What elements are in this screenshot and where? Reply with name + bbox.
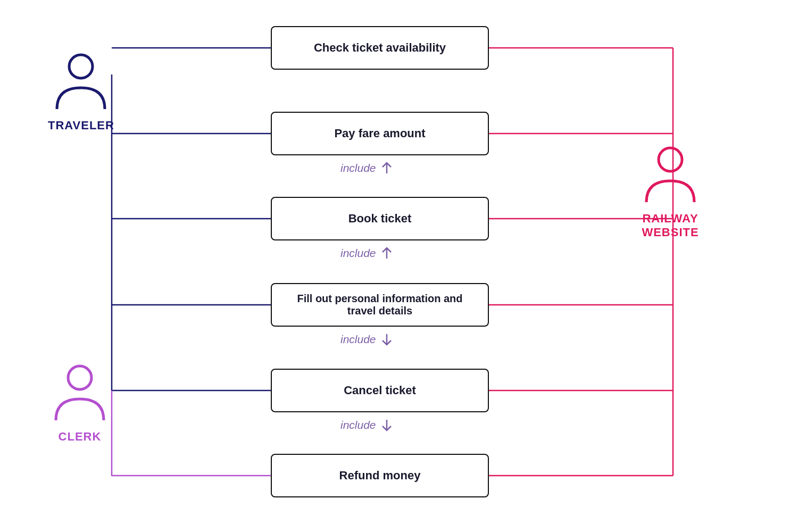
traveler-icon <box>49 51 113 114</box>
include-label-4: include <box>340 418 394 433</box>
arrow-up-icon-2 <box>379 246 394 261</box>
traveler-label: TRAVELER <box>48 119 114 132</box>
railway-icon <box>638 144 702 207</box>
railway-label: RAILWAY WEBSITE <box>642 212 699 239</box>
usecase-book-ticket: Book ticket <box>271 197 489 240</box>
actor-clerk: CLERK <box>48 362 112 444</box>
usecase-refund-money: Refund money <box>271 454 489 497</box>
include-label-1: include <box>340 161 394 176</box>
actor-traveler: TRAVELER <box>48 51 114 132</box>
diagram-container: TRAVELER CLERK RAILWAY WEBSITE Check tic… <box>0 0 798 532</box>
actor-railway: RAILWAY WEBSITE <box>638 144 702 239</box>
arrow-up-icon-1 <box>379 161 394 176</box>
usecase-cancel-ticket: Cancel ticket <box>271 369 489 412</box>
arrow-down-icon-1 <box>379 332 394 347</box>
svg-point-15 <box>69 55 93 78</box>
include-label-3: include <box>340 332 394 347</box>
usecase-pay-fare: Pay fare amount <box>271 112 489 155</box>
svg-point-17 <box>659 148 682 171</box>
arrow-down-icon-2 <box>379 418 394 433</box>
connection-lines <box>0 0 798 532</box>
clerk-icon <box>48 362 112 426</box>
include-label-2: include <box>340 246 394 261</box>
usecase-check-ticket: Check ticket availability <box>271 26 489 70</box>
usecase-fill-personal: Fill out personal information and travel… <box>271 283 489 327</box>
clerk-label: CLERK <box>59 430 102 444</box>
svg-point-16 <box>68 366 92 389</box>
